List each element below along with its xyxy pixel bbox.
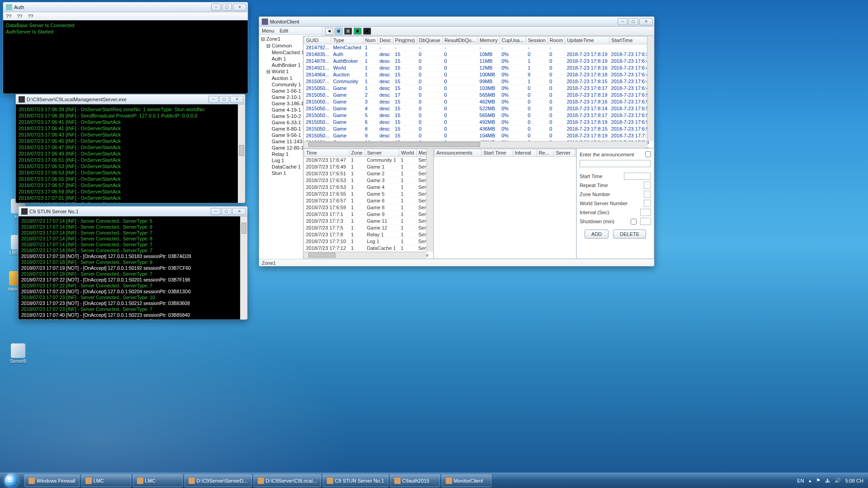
column-header[interactable]: World <box>399 149 417 157</box>
table-row[interactable]: 2814964...Auction1desc1500100MB0%902018-… <box>304 71 654 78</box>
tree-node[interactable]: Game 11-143-1 <box>259 138 303 145</box>
titlebar[interactable]: D:\C9Server\C9LocalManagementServer.exe … <box>16 94 245 104</box>
column-header[interactable]: ResultDbQu... <box>442 37 477 44</box>
tray-flag-icon[interactable]: ⚑ <box>816 478 821 483</box>
taskbar-item[interactable]: D:\C9Server\C9Local... <box>254 474 321 487</box>
tree-node[interactable]: ⊟ World 1 <box>259 68 303 75</box>
taskbar-item[interactable]: LMC <box>81 474 131 487</box>
tree-node[interactable]: MemCached 1 <box>259 49 303 56</box>
table-row[interactable]: 2018/7/23 17:6:471Community 11Serv <box>304 157 433 164</box>
add-button[interactable]: ADD <box>585 230 609 239</box>
toolbar-button[interactable]: ◀ <box>325 28 333 35</box>
tree-node[interactable]: Stun 1 <box>259 170 303 176</box>
shutdown-input[interactable] <box>640 218 651 225</box>
announcement-input[interactable] <box>580 160 651 167</box>
tree-node[interactable]: Game 4-19-1 <box>259 107 303 113</box>
maximize-button[interactable]: ▢ <box>222 4 232 11</box>
column-header[interactable]: Announcements <box>434 149 481 157</box>
menu-item[interactable]: ?? <box>28 14 33 19</box>
table-row[interactable]: 2018/7/23 17:7:81Relay 11Serv <box>304 231 433 238</box>
table-row[interactable]: 2815050...Game9desc1500104MB0%002018-7-2… <box>304 132 654 139</box>
maximize-button[interactable]: ▢ <box>222 208 231 215</box>
titlebar[interactable]: MonitorClient ─ ▢ ✕ <box>259 17 654 27</box>
interval-input[interactable] <box>640 209 651 216</box>
column-header[interactable]: Zone <box>349 149 365 157</box>
lms-window[interactable]: D:\C9Server\C9LocalManagementServer.exe … <box>15 94 245 203</box>
table-row[interactable]: 2018/7/23 17:6:531Game 31Serv <box>304 177 433 184</box>
tree-node[interactable]: ⊟ Common <box>259 42 303 49</box>
table-row[interactable]: 2018/7/23 17:6:571Game 61Serv <box>304 197 433 204</box>
maximize-button[interactable]: ▢ <box>628 18 638 25</box>
table-row[interactable]: 2018/7/23 17:6:511Game 21Serv <box>304 170 433 177</box>
table-row[interactable]: 2815050...Game5desc1500565MB0%002018-7-2… <box>304 112 654 119</box>
column-header[interactable]: DbQueue <box>417 37 442 44</box>
minimize-button[interactable]: ─ <box>211 4 221 11</box>
close-button[interactable]: ✕ <box>230 96 244 103</box>
titlebar[interactable]: C9 STUN Server No.1 ─ ▢ ✕ <box>19 206 247 216</box>
table-row[interactable]: 2814835...Auth1desc150010MB0%002018-7-23… <box>304 51 654 58</box>
table-row[interactable]: 2018/7/23 17:7:31Game 111Serv <box>304 218 433 225</box>
tree-node[interactable]: AuthBroker 1 <box>259 62 303 68</box>
column-header[interactable]: GUID <box>304 37 331 44</box>
tree-node[interactable]: Log 1 <box>259 157 303 164</box>
stun-window[interactable]: C9 STUN Server No.1 ─ ▢ ✕ 2018/07/23 17:… <box>18 206 248 320</box>
column-header[interactable]: CupUsa... <box>500 37 526 44</box>
scrollbar[interactable] <box>238 104 245 203</box>
column-header[interactable]: Re... <box>537 149 554 157</box>
table-row[interactable]: 2815050...Game4desc1500522MB0%002018-7-2… <box>304 105 654 112</box>
menu-item[interactable]: ?? <box>6 14 11 19</box>
table-row[interactable]: 2018/7/23 17:7:121DataCache 11Serv <box>304 245 433 252</box>
tree-node[interactable]: Game 2-10-1 <box>259 94 303 100</box>
tray-network-icon[interactable]: 🖧 <box>825 478 830 483</box>
vscrollbar[interactable] <box>426 149 433 252</box>
close-button[interactable]: ✕ <box>232 208 246 215</box>
hscrollbar[interactable] <box>304 252 426 258</box>
tray-volume-icon[interactable]: 🔊 <box>835 478 841 483</box>
repeat-time-input[interactable] <box>644 182 651 189</box>
column-header[interactable]: Desc <box>377 37 393 44</box>
start-button[interactable] <box>2 474 21 488</box>
tree-node[interactable]: Game 8-80-1 <box>259 126 303 132</box>
table-row[interactable]: 2815007...Community1desc150099MB0%102018… <box>304 78 654 85</box>
table-row[interactable]: 2815050...Game8desc1500436MB0%002018-7-2… <box>304 126 654 132</box>
menu-item[interactable]: Edit <box>280 28 288 33</box>
table-row[interactable]: 2814792...MemCached1-------- <box>304 44 654 51</box>
menu-item[interactable]: ?? <box>17 14 22 19</box>
minimize-button[interactable]: ─ <box>208 96 218 103</box>
column-header[interactable]: UpdateTime <box>565 37 609 44</box>
column-header[interactable]: Interval <box>513 149 537 157</box>
taskbar-item[interactable]: C9auth2015 <box>390 474 440 487</box>
table-row[interactable]: 2815050...Game1desc1500103MB0%002018-7-2… <box>304 85 654 92</box>
auth-window[interactable]: Auth ─ ▢ ✕ ?? ?? ?? DataBase Server Is C… <box>3 2 248 94</box>
table-row[interactable]: 2018/7/23 17:6:491Game 11Serv <box>304 164 433 170</box>
table-row[interactable]: 2815050...Game6desc1500492MB0%002018-7-2… <box>304 119 654 126</box>
column-header[interactable]: Time <box>304 149 349 157</box>
tree-node[interactable]: Game 6-33-1 <box>259 119 303 126</box>
toolbar-button[interactable]: ▥ <box>344 28 352 35</box>
column-header[interactable]: Num <box>363 37 377 44</box>
language-indicator[interactable]: EN <box>797 478 804 483</box>
menu-item[interactable]: Menu <box>262 28 274 33</box>
scrollbar[interactable] <box>240 216 247 320</box>
titlebar[interactable]: Auth ─ ▢ ✕ <box>3 2 248 12</box>
tree-node[interactable]: Auction 1 <box>259 75 303 81</box>
system-tray[interactable]: EN ▴ ⚑ 🖧 🔊 5:08 CH <box>793 478 868 483</box>
monitor-window[interactable]: MonitorClient ─ ▢ ✕ Menu Edit ◀ ▦ ▥ ▣ ■ … <box>259 16 655 267</box>
table-row[interactable]: 2815050...Game3desc1500462MB0%002018-7-2… <box>304 99 654 105</box>
column-header[interactable]: Type <box>331 37 363 44</box>
tree-node[interactable]: Game 1-56-1 <box>259 88 303 94</box>
tree-node[interactable]: Relay 1 <box>259 151 303 157</box>
toolbar-button[interactable]: ▦ <box>335 28 343 35</box>
world-server-input[interactable] <box>644 200 651 207</box>
table-row[interactable]: 2018/7/23 17:7:11Game 91Serv <box>304 211 433 218</box>
maximize-button[interactable]: ▢ <box>219 96 229 103</box>
column-header[interactable]: Server <box>554 149 576 157</box>
log-grid[interactable]: TimeZoneServerWorldMess2018/7/23 17:6:47… <box>303 148 434 259</box>
tree-node[interactable]: ⊟ Zone1 <box>259 36 303 42</box>
column-header[interactable]: Session <box>526 37 547 44</box>
tree-node[interactable]: Game 5-10-2 <box>259 113 303 119</box>
server-grid[interactable]: GUIDTypeNumDescPing(ms)DbQueueResultDbQu… <box>303 36 654 148</box>
table-row[interactable]: 2018/7/23 17:7:101Log 11Serv <box>304 238 433 245</box>
taskbar-item[interactable]: MonitorClient <box>442 474 491 487</box>
taskbar-item[interactable]: LMC <box>133 474 183 487</box>
